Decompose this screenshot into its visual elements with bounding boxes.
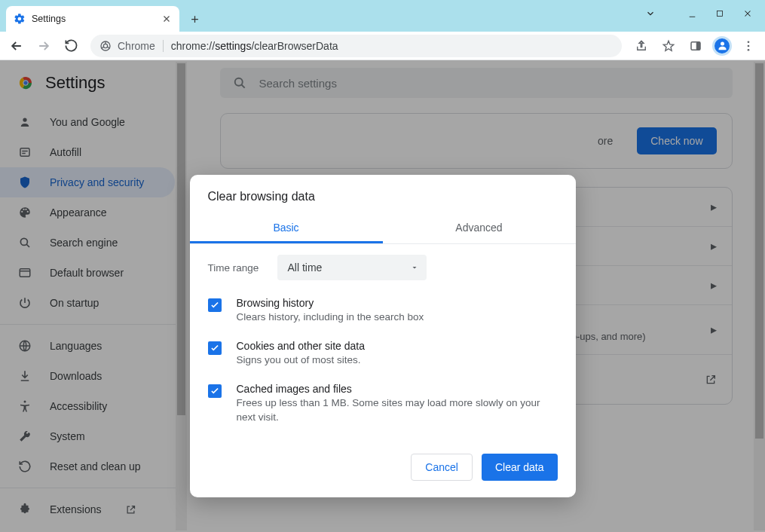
window-titlebar: Settings [0,0,765,32]
svg-point-6 [748,41,750,43]
tab-advanced[interactable]: Advanced [383,214,576,243]
chevron-down-icon [410,263,419,272]
checkbox-checked[interactable] [208,384,222,398]
person-icon [717,40,728,51]
browser-toolbar: Chrome chrome://settings/clearBrowserDat… [0,32,765,60]
option-title: Cached images and files [237,383,558,395]
option-title: Cookies and other site data [237,340,365,352]
option-subtitle: Frees up less than 1 MB. Some sites may … [237,396,558,425]
time-range-select[interactable]: All time [277,255,427,280]
svg-rect-0 [718,11,723,17]
close-window-icon[interactable] [742,8,753,19]
window-controls [645,0,762,27]
clear-data-button[interactable]: Clear data [482,454,558,481]
chevron-down-icon[interactable] [645,8,656,19]
bookmark-icon[interactable] [658,35,679,57]
omnibox-url: chrome://settings/clearBrowserData [171,40,338,52]
back-button[interactable] [6,35,27,57]
profile-avatar[interactable] [712,36,732,56]
option-cached[interactable]: Cached images and filesFrees up less tha… [208,375,558,433]
omnibox-prefix: Chrome [118,40,164,52]
svg-point-8 [748,48,750,50]
option-browsing-history[interactable]: Browsing historyClears history, includin… [208,289,558,332]
svg-point-2 [103,44,107,47]
option-subtitle: Clears history, including in the search … [237,310,424,325]
cancel-button[interactable]: Cancel [411,454,473,481]
checkbox-checked[interactable] [208,341,222,355]
new-tab-button[interactable] [184,8,205,29]
minimize-icon[interactable] [687,9,697,19]
svg-point-5 [721,42,724,46]
kebab-menu-icon[interactable] [738,35,759,57]
dialog-tabs: Basic Advanced [190,214,576,244]
tab-basic[interactable]: Basic [190,214,383,243]
tab-title: Settings [32,14,161,24]
close-tab-icon[interactable] [161,14,172,24]
option-subtitle: Signs you out of most sites. [237,353,365,368]
option-cookies[interactable]: Cookies and other site dataSigns you out… [208,332,558,375]
maximize-icon[interactable] [715,9,724,18]
reload-button[interactable] [60,35,81,57]
browser-tab[interactable]: Settings [6,6,179,32]
chrome-page-icon [99,40,112,52]
address-bar[interactable]: Chrome chrome://settings/clearBrowserDat… [90,35,622,57]
checkbox-checked[interactable] [208,298,222,312]
dialog-title: Clear browsing data [190,175,576,214]
forward-button[interactable] [33,35,54,57]
svg-point-7 [748,44,750,47]
sidepanel-icon[interactable] [685,35,706,57]
gear-icon [14,13,26,25]
svg-rect-4 [696,41,700,50]
select-value: All time [288,261,323,274]
clear-browsing-data-dialog: Clear browsing data Basic Advanced Time … [190,175,576,497]
time-range-label: Time range [208,262,264,274]
content-area: Settings You and Google Autofill Privacy… [0,60,765,532]
option-title: Browsing history [237,297,424,309]
share-icon[interactable] [631,35,652,57]
